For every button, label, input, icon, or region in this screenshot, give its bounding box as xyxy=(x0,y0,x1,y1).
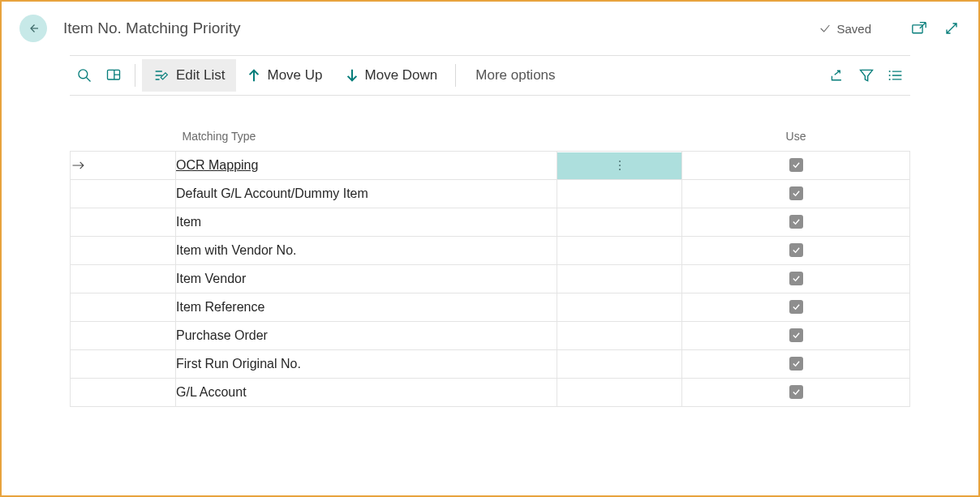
col-use-header[interactable]: Use xyxy=(682,125,910,152)
move-down-button[interactable]: Move Down xyxy=(334,59,449,92)
use-checkbox[interactable] xyxy=(789,357,803,371)
edit-list-icon xyxy=(153,68,170,83)
row-actions[interactable] xyxy=(557,379,682,407)
move-down-label: Move Down xyxy=(365,67,438,84)
list-view-button[interactable] xyxy=(881,61,910,90)
matching-type-value: G/L Account xyxy=(176,385,247,399)
toolbar-separator xyxy=(455,64,456,87)
toolbar-separator xyxy=(135,64,135,87)
matching-type-cell[interactable]: Item Vendor xyxy=(176,265,557,293)
arrow-down-icon xyxy=(346,68,359,83)
share-icon xyxy=(829,68,845,83)
matching-type-cell[interactable]: Purchase Order xyxy=(176,322,557,350)
svg-rect-0 xyxy=(913,25,922,33)
edit-list-label: Edit List xyxy=(176,67,225,84)
use-cell[interactable] xyxy=(682,265,910,293)
more-row-actions-icon xyxy=(557,323,681,349)
arrow-up-icon xyxy=(247,68,260,83)
table-row[interactable]: First Run Original No. xyxy=(71,350,910,379)
more-row-actions-icon xyxy=(557,209,681,236)
matching-type-value: OCR Mapping xyxy=(176,158,258,172)
row-actions[interactable] xyxy=(557,350,682,379)
use-checkbox[interactable] xyxy=(789,243,803,257)
open-in-new-window-button[interactable] xyxy=(910,19,928,37)
row-selector[interactable] xyxy=(71,293,176,322)
saved-indicator: Saved xyxy=(819,22,871,36)
table-row[interactable]: Item with Vendor No. xyxy=(71,237,910,265)
more-row-actions-icon xyxy=(557,351,681,378)
use-checkbox[interactable] xyxy=(789,158,803,172)
table-row[interactable]: Item Reference xyxy=(71,293,910,322)
row-actions[interactable] xyxy=(557,237,682,265)
use-cell[interactable] xyxy=(682,237,910,265)
use-checkbox[interactable] xyxy=(789,328,803,342)
use-cell[interactable] xyxy=(682,350,910,379)
row-selector[interactable] xyxy=(71,350,176,379)
share-button[interactable] xyxy=(823,61,852,90)
table-row[interactable]: Item Vendor xyxy=(71,265,910,293)
use-cell[interactable] xyxy=(682,379,910,407)
back-button[interactable] xyxy=(19,15,47,42)
row-selector[interactable] xyxy=(71,208,176,237)
matching-type-cell[interactable]: Item Reference xyxy=(176,293,557,322)
svg-point-4 xyxy=(889,75,891,76)
table-row[interactable]: OCR Mapping xyxy=(71,152,910,180)
search-button[interactable] xyxy=(70,61,99,90)
use-cell[interactable] xyxy=(682,293,910,322)
matching-type-cell[interactable]: OCR Mapping xyxy=(176,152,557,180)
row-selector[interactable] xyxy=(71,379,176,407)
col-selector-header xyxy=(71,125,176,152)
matching-type-value: Item with Vendor No. xyxy=(176,243,297,257)
use-cell[interactable] xyxy=(682,208,910,237)
row-selector[interactable] xyxy=(71,265,176,293)
more-row-actions-icon[interactable] xyxy=(557,152,681,179)
use-checkbox[interactable] xyxy=(789,385,803,399)
row-actions[interactable] xyxy=(557,208,682,237)
use-checkbox[interactable] xyxy=(789,272,803,285)
layout-button[interactable] xyxy=(99,61,128,90)
move-up-button[interactable]: Move Up xyxy=(236,59,333,92)
table-row[interactable]: Default G/L Account/Dummy Item xyxy=(71,180,910,208)
row-actions[interactable] xyxy=(557,152,682,180)
table-row[interactable]: Item xyxy=(71,208,910,237)
more-row-actions-icon xyxy=(557,266,681,293)
matching-type-value: Item xyxy=(176,215,201,229)
col-matching-type-header[interactable]: Matching Type xyxy=(176,125,557,152)
matching-type-value: First Run Original No. xyxy=(176,357,301,371)
matching-type-cell[interactable]: G/L Account xyxy=(176,379,557,407)
expand-button[interactable] xyxy=(943,19,961,37)
use-checkbox[interactable] xyxy=(789,186,803,200)
matching-type-cell[interactable]: Item with Vendor No. xyxy=(176,237,557,265)
use-cell[interactable] xyxy=(682,152,910,180)
check-icon xyxy=(819,22,832,35)
matching-type-value: Default G/L Account/Dummy Item xyxy=(176,186,368,200)
row-selector[interactable] xyxy=(71,237,176,265)
row-actions[interactable] xyxy=(557,293,682,322)
matching-type-cell[interactable]: First Run Original No. xyxy=(176,350,557,379)
use-checkbox[interactable] xyxy=(789,215,803,229)
use-cell[interactable] xyxy=(682,180,910,208)
svg-point-1 xyxy=(79,70,88,79)
move-up-label: Move Up xyxy=(267,67,322,84)
edit-list-button[interactable]: Edit List xyxy=(142,59,236,92)
row-selector[interactable] xyxy=(71,180,176,208)
col-actions-header xyxy=(557,125,682,152)
use-checkbox[interactable] xyxy=(789,300,803,314)
filter-icon xyxy=(858,67,875,84)
row-actions[interactable] xyxy=(557,322,682,350)
table-row[interactable]: G/L Account xyxy=(71,379,910,407)
more-options-button[interactable]: More options xyxy=(462,67,568,84)
matching-type-cell[interactable]: Item xyxy=(176,208,557,237)
row-actions[interactable] xyxy=(557,265,682,293)
row-selector[interactable] xyxy=(71,152,176,180)
use-cell[interactable] xyxy=(682,322,910,350)
popout-icon xyxy=(911,21,927,36)
filter-button[interactable] xyxy=(852,61,881,90)
svg-point-3 xyxy=(889,71,891,72)
row-selector[interactable] xyxy=(71,322,176,350)
table-row[interactable]: Purchase Order xyxy=(71,322,910,350)
page-title: Item No. Matching Priority xyxy=(63,19,241,37)
matching-type-cell[interactable]: Default G/L Account/Dummy Item xyxy=(176,180,557,208)
row-actions[interactable] xyxy=(557,180,682,208)
more-row-actions-icon xyxy=(557,181,681,208)
